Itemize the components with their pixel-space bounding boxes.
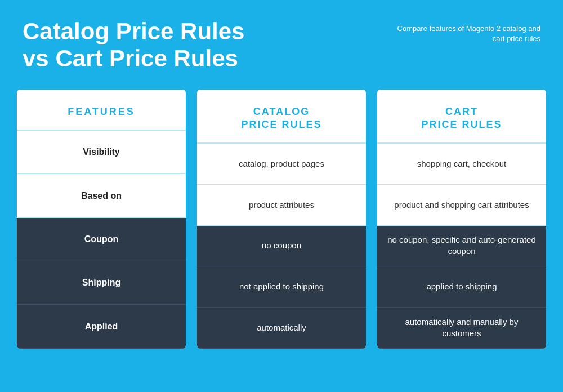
features-card-header: FEATURES — [17, 90, 186, 131]
cart-row-visibility: shopping cart, checkout — [377, 144, 546, 185]
feature-row-coupon: Coupon — [17, 218, 186, 261]
feature-row-applied: Applied — [17, 305, 186, 348]
page-title: Catalog Price Rules vs Cart Price Rules — [23, 18, 248, 73]
catalog-row-based-on: product attributes — [197, 185, 366, 226]
cart-row-shipping: applied to shipping — [377, 266, 546, 308]
catalog-row-shipping: not applied to shipping — [197, 266, 366, 308]
page-subtitle: Compare features of Magento 2 catalog an… — [394, 24, 540, 44]
cart-row-based-on: product and shopping cart attributes — [377, 185, 546, 226]
cart-card: CART PRICE RULES shopping cart, checkout… — [377, 90, 546, 349]
cart-row-applied: automatically and manually by customers — [377, 308, 546, 349]
cart-row-coupon: no coupon, specific and auto-generated c… — [377, 226, 546, 267]
feature-row-based-on: Based on — [17, 174, 186, 217]
features-card: FEATURES Visibility Based on Coupon Ship… — [17, 90, 186, 349]
catalog-rows: catalog, product pages product attribute… — [197, 144, 366, 348]
catalog-row-visibility: catalog, product pages — [197, 144, 366, 185]
catalog-row-coupon: no coupon — [197, 226, 366, 267]
feature-row-shipping: Shipping — [17, 261, 186, 305]
cart-card-header: CART PRICE RULES — [377, 90, 546, 144]
page-header: Catalog Price Rules vs Cart Price Rules … — [0, 0, 563, 84]
cards-container: FEATURES Visibility Based on Coupon Ship… — [0, 90, 563, 349]
cart-rows: shopping cart, checkout product and shop… — [377, 144, 546, 348]
cart-header-title: CART PRICE RULES — [388, 105, 535, 132]
feature-row-visibility: Visibility — [17, 131, 186, 174]
features-rows: Visibility Based on Coupon Shipping Appl… — [17, 131, 186, 349]
catalog-card: CATALOG PRICE RULES catalog, product pag… — [197, 90, 366, 349]
catalog-card-header: CATALOG PRICE RULES — [197, 90, 366, 144]
features-header-title: FEATURES — [28, 105, 175, 118]
catalog-header-title: CATALOG PRICE RULES — [208, 105, 355, 132]
catalog-row-applied: automatically — [197, 308, 366, 349]
